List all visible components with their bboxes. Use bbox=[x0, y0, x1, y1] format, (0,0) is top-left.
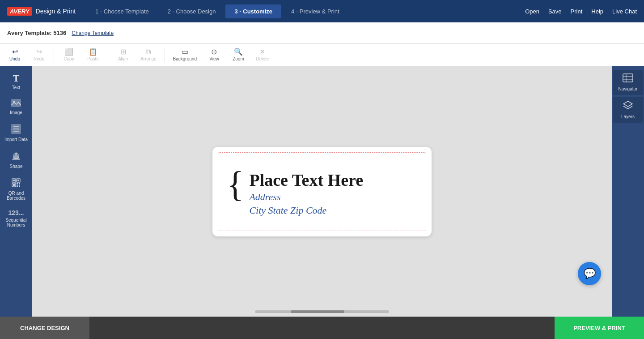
toolbar: ↩ Undo ↪ Redo ⬜ Copy 📋 Paste ⊞ Align ⧉ A… bbox=[0, 44, 644, 66]
background-icon: ▭ bbox=[182, 48, 188, 56]
print-button[interactable]: Print bbox=[571, 8, 583, 15]
svg-rect-11 bbox=[13, 180, 15, 181]
sidebar-label-qr: QR and Barcodes bbox=[4, 191, 29, 201]
undo-icon: ↩ bbox=[12, 48, 18, 56]
brand: AVERY Design & Print bbox=[7, 7, 76, 16]
toolbar-separator-1 bbox=[54, 48, 54, 62]
text-icon: T bbox=[13, 73, 20, 83]
copy-button[interactable]: ⬜ Copy bbox=[58, 47, 80, 63]
save-button[interactable]: Save bbox=[548, 8, 562, 15]
undo-label: Undo bbox=[9, 56, 20, 61]
canvas-area[interactable]: { Place Text Here Address City State Zip… bbox=[32, 66, 612, 317]
shape-icon bbox=[11, 151, 21, 162]
align-label: Align bbox=[118, 56, 128, 61]
arrange-button[interactable]: ⧉ Arrange bbox=[136, 47, 161, 63]
zoom-icon: 🔍 bbox=[234, 48, 243, 56]
label-content: { Place Text Here Address City State Zip… bbox=[223, 168, 363, 215]
template-title: Avery Template: 5136 bbox=[7, 30, 66, 36]
canvas-scroll-bar[interactable] bbox=[255, 310, 389, 313]
paste-label: Paste bbox=[87, 56, 99, 61]
chat-icon: 💬 bbox=[584, 268, 596, 279]
align-button[interactable]: ⊞ Align bbox=[112, 47, 134, 63]
toolbar-separator-3 bbox=[165, 48, 165, 62]
background-label: Background bbox=[173, 56, 197, 61]
paste-button[interactable]: 📋 Paste bbox=[82, 47, 104, 63]
layers-label: Layers bbox=[621, 114, 635, 119]
navigator-button[interactable]: Navigator bbox=[613, 70, 643, 95]
step-tab-4[interactable]: 4 - Preview & Print bbox=[282, 4, 348, 18]
svg-rect-15 bbox=[19, 183, 20, 185]
preview-print-button[interactable]: PREVIEW & PRINT bbox=[555, 317, 644, 339]
sidebar-item-image[interactable]: Image bbox=[2, 95, 30, 119]
copy-label: Copy bbox=[64, 56, 74, 61]
zoom-button[interactable]: 🔍 Zoom bbox=[227, 47, 250, 63]
zoom-label: Zoom bbox=[233, 56, 244, 61]
copy-icon: ⬜ bbox=[64, 48, 73, 56]
sidebar-item-shape[interactable]: Shape bbox=[2, 147, 30, 172]
undo-button[interactable]: ↩ Undo bbox=[4, 47, 26, 63]
svg-rect-14 bbox=[17, 183, 18, 185]
svg-rect-16 bbox=[17, 185, 18, 187]
right-panel: Navigator Layers bbox=[612, 66, 644, 317]
redo-button[interactable]: ↪ Redo bbox=[28, 47, 50, 63]
sequential-icon: 123... bbox=[8, 210, 24, 216]
change-template-link[interactable]: Change Template bbox=[72, 30, 114, 36]
background-button[interactable]: ▭ Background bbox=[169, 47, 201, 63]
sidebar-label-import: Import Data bbox=[4, 137, 28, 142]
sidebar-label-sequential: Sequential Numbers bbox=[4, 218, 29, 227]
sidebar-item-qr[interactable]: QR and Barcodes bbox=[2, 174, 30, 204]
main-layout: T Text Image Import Data Shape QR and bbox=[0, 66, 644, 317]
view-button[interactable]: ⊙ View bbox=[203, 47, 225, 63]
layers-icon bbox=[623, 100, 633, 112]
step-tab-3[interactable]: 3 - Customize bbox=[225, 4, 281, 18]
toolbar-separator-2 bbox=[108, 48, 108, 62]
sidebar-item-import-data[interactable]: Import Data bbox=[2, 120, 30, 146]
label-text-block: Place Text Here Address City State Zip C… bbox=[249, 168, 363, 215]
image-icon bbox=[11, 99, 21, 108]
redo-icon: ↪ bbox=[36, 48, 42, 56]
sidebar-item-sequential[interactable]: 123... Sequential Numbers bbox=[2, 206, 30, 231]
brand-title: Design & Print bbox=[36, 8, 76, 15]
sidebar-label-image: Image bbox=[10, 110, 22, 115]
sidebar-label-shape: Shape bbox=[10, 164, 23, 169]
redo-label: Redo bbox=[34, 56, 44, 61]
brace-char: { bbox=[227, 166, 244, 202]
import-data-icon bbox=[11, 124, 21, 135]
brand-logo: AVERY bbox=[7, 7, 32, 16]
navigator-icon bbox=[623, 73, 633, 85]
sidebar-item-text[interactable]: T Text bbox=[2, 70, 30, 94]
view-icon: ⊙ bbox=[211, 48, 217, 56]
label-card[interactable]: { Place Text Here Address City State Zip… bbox=[212, 147, 432, 236]
view-label: View bbox=[209, 56, 219, 61]
step-tabs: 1 - Choose Template 2 - Choose Design 3 … bbox=[86, 4, 525, 18]
delete-button[interactable]: ✕ Delete bbox=[251, 47, 274, 63]
address-field[interactable]: Address bbox=[249, 192, 363, 202]
paste-icon: 📋 bbox=[89, 48, 97, 56]
delete-icon: ✕ bbox=[259, 48, 265, 56]
help-button[interactable]: Help bbox=[591, 8, 603, 15]
change-design-button[interactable]: CHANGE DESIGN bbox=[0, 317, 89, 339]
open-button[interactable]: Open bbox=[525, 8, 539, 15]
align-icon: ⊞ bbox=[120, 48, 126, 56]
arrange-icon: ⧉ bbox=[146, 48, 151, 56]
arrange-label: Arrange bbox=[140, 56, 157, 61]
sidebar-label-text: Text bbox=[12, 85, 20, 90]
template-bar: Avery Template: 5136 Change Template bbox=[0, 22, 644, 44]
top-nav: AVERY Design & Print 1 - Choose Template… bbox=[0, 0, 644, 22]
canvas-scroll-thumb bbox=[291, 310, 344, 313]
step-tab-1[interactable]: 1 - Choose Template bbox=[86, 4, 158, 18]
navigator-label: Navigator bbox=[619, 86, 638, 91]
svg-rect-13 bbox=[13, 184, 15, 186]
live-chat-button[interactable]: Live Chat bbox=[612, 8, 637, 15]
bottom-bar: CHANGE DESIGN PREVIEW & PRINT bbox=[0, 317, 644, 339]
svg-rect-18 bbox=[623, 74, 633, 82]
qr-icon bbox=[11, 178, 21, 189]
svg-rect-17 bbox=[19, 185, 20, 187]
chat-bubble[interactable]: 💬 bbox=[578, 262, 601, 285]
city-state-zip-field[interactable]: City State Zip Code bbox=[249, 206, 363, 215]
delete-label: Delete bbox=[256, 56, 269, 61]
top-actions: Open Save Print Help Live Chat bbox=[525, 8, 637, 15]
place-text-heading[interactable]: Place Text Here bbox=[249, 172, 363, 189]
layers-button[interactable]: Layers bbox=[613, 97, 643, 123]
step-tab-2[interactable]: 2 - Choose Design bbox=[159, 4, 225, 18]
